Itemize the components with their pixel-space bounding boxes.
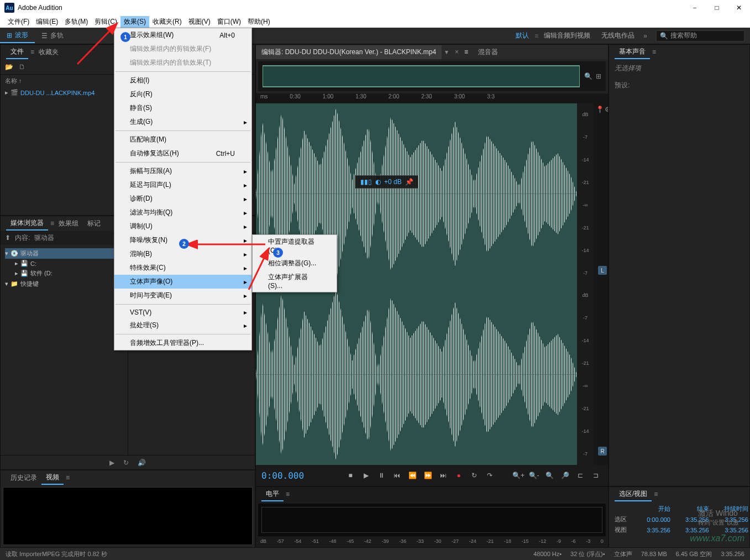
level-scale: dB-57-54-51-48-45-42-39-36-33-30-27-24-2… — [256, 538, 608, 547]
autoplay-icon[interactable]: ↻ — [123, 459, 129, 467]
go-end-button[interactable]: ⏭ — [437, 469, 450, 482]
mi-show-rack[interactable]: 显示效果组(W)Alt+0 — [114, 28, 251, 42]
search-help-input[interactable]: 🔍 搜索帮助 — [656, 30, 744, 41]
hamburger-icon[interactable]: ≡ — [462, 48, 470, 56]
timeline-ruler[interactable]: ms 0:30 1:00 1:30 2:00 2:30 3:00 3:3 — [256, 93, 608, 103]
status-duration: 3:35.256 — [721, 551, 744, 557]
play-icon[interactable]: ▶ — [109, 459, 114, 467]
menu-help[interactable]: 帮助(H) — [244, 16, 274, 28]
hamburger-icon[interactable]: ≡ — [66, 474, 70, 482]
tree-c[interactable]: ▸💾C: — [5, 259, 123, 268]
panel-tab-level[interactable]: 电平 — [261, 488, 284, 501]
menu-favorites[interactable]: 收藏夹(R) — [149, 16, 185, 28]
disk-icon: 💾 — [20, 270, 28, 277]
editor-filename: DDU-DU DDU-DU(Korean Ver.) - BLACKPINK.m… — [285, 48, 436, 56]
tree-drives[interactable]: ▾💽驱动器 — [5, 248, 123, 259]
hud-gain[interactable]: ▮▮▯ ◐ +0 dB 📌 — [355, 175, 418, 189]
pin-icon[interactable]: 📌 — [405, 178, 413, 186]
zoom-out-sel-icon[interactable]: ⊐ — [589, 469, 602, 482]
panel-tab-selection-view[interactable]: 选区/视图 — [615, 488, 652, 501]
menu-file[interactable]: 文件(F) — [4, 16, 33, 28]
view-start[interactable]: 3:35.256 — [635, 525, 674, 535]
mi-invert[interactable]: 反相(I) — [114, 74, 251, 87]
mi-reverse[interactable]: 反向(R) — [114, 87, 251, 101]
windows-activate-text: 激活 Windo 转到"设置"以激 — [698, 509, 739, 527]
watermark: www.xa7.com — [690, 533, 744, 543]
panel-tab-markers[interactable]: 标记 — [83, 217, 105, 230]
pin-icon[interactable]: 📍 — [596, 106, 604, 113]
dropdown-icon[interactable]: ▾ — [442, 48, 452, 56]
hamburger-icon[interactable]: ≡ — [286, 490, 290, 498]
zoom-sel-icon[interactable]: 🔎 — [558, 469, 571, 482]
stop-button[interactable]: ■ — [344, 469, 357, 482]
panel-tab-essential-sound[interactable]: 基本声音 — [615, 45, 650, 59]
workspace-default[interactable]: 默认 — [510, 29, 534, 43]
mi-plugin-manager[interactable]: 音频增效工具管理器(P)... — [114, 336, 251, 350]
mi-modulation[interactable]: 调制(U)▸ — [114, 219, 251, 233]
mi-vst[interactable]: VST(V)▸ — [114, 306, 251, 318]
menu-view[interactable]: 视图(V) — [185, 16, 214, 28]
close-button[interactable]: ✕ — [728, 0, 750, 15]
panel-tab-media[interactable]: 媒体浏览器 — [6, 217, 48, 231]
new-file-icon[interactable]: 🗋 — [19, 63, 25, 71]
mi-filter-eq[interactable]: 滤波与均衡(Q)▸ — [114, 206, 251, 219]
panel-tab-fxrack[interactable]: 效果组 — [54, 217, 83, 230]
record-button[interactable]: ● — [452, 469, 465, 482]
zoom-in-sel-icon[interactable]: ⊏ — [574, 469, 587, 482]
disk-icon: 💾 — [20, 260, 28, 267]
hamburger-icon[interactable]: ≡ — [30, 48, 34, 56]
waveform-right-channel[interactable] — [256, 284, 577, 465]
mi-match-loudness[interactable]: 匹配响度(M) — [114, 133, 251, 146]
play-button[interactable]: ▶ — [359, 469, 373, 482]
hamburger-icon[interactable]: ≡ — [654, 490, 658, 498]
tree-soft[interactable]: ▸💾软件 (D: — [5, 268, 123, 279]
editor-file-tab[interactable]: 编辑器: DDU-DU DDU-DU(Korean Ver.) - BLACKP… — [256, 45, 442, 59]
tool-icon[interactable]: ⚙ — [605, 106, 609, 113]
tree-shortcut[interactable]: ▾📁快捷键 — [5, 279, 123, 289]
up-icon[interactable]: ⬆ — [5, 234, 11, 242]
status-task: 读取 ImporterMPEG 完成用时 0.82 秒 — [6, 550, 107, 558]
loop-button[interactable]: ↻ — [468, 469, 481, 482]
pause-button[interactable]: ⏸ — [375, 469, 388, 482]
menu-edit[interactable]: 编辑(E) — [33, 16, 61, 28]
workspace-radio[interactable]: 无线电作品 — [596, 29, 640, 43]
skip-button[interactable]: ↷ — [483, 469, 496, 482]
mi-generate[interactable]: 生成(G)▸ — [114, 115, 251, 129]
zoom-in-icon[interactable]: 🔍+ — [512, 469, 525, 482]
mi-batch[interactable]: 批处理(S)▸ — [114, 318, 251, 332]
mi-silence[interactable]: 静音(S) — [114, 101, 251, 115]
volume-icon[interactable]: 🔊 — [138, 459, 146, 467]
zoom-icon[interactable]: 🔍 — [584, 72, 592, 80]
go-start-button[interactable]: ⏮ — [390, 469, 403, 482]
mixer-tab[interactable]: 混音器 — [470, 45, 506, 59]
rewind-button[interactable]: ⏪ — [406, 469, 419, 482]
panel-tab-favorites[interactable]: 收藏夹 — [34, 46, 63, 59]
mi-delay[interactable]: 延迟与回声(L)▸ — [114, 178, 251, 192]
view-tab-waveform[interactable]: ⊞ 波形 — [0, 28, 35, 43]
maximize-button[interactable]: □ — [706, 0, 728, 15]
zoom-out-icon[interactable]: 🔍- — [527, 469, 541, 482]
minimize-button[interactable]: － — [684, 0, 706, 15]
hamburger-icon[interactable]: ≡ — [50, 219, 54, 227]
file-name: DDU-DU ...LACKPINK.mp4 — [20, 90, 95, 96]
hamburger-icon[interactable]: ≡ — [652, 48, 656, 56]
mi-amplitude[interactable]: 振幅与压限(A)▸ — [114, 164, 251, 178]
overview-waveform[interactable] — [263, 65, 580, 87]
tree-soft-label: 软件 (D: — [30, 269, 53, 278]
workspace-edit-video[interactable]: 编辑音频到视频 — [538, 29, 596, 43]
view-icon[interactable]: ⊞ — [596, 72, 601, 80]
tl-6: 3:00 — [454, 93, 465, 103]
panel-tab-history[interactable]: 历史记录 — [6, 472, 41, 484]
view-tab-multitrack[interactable]: ☰ 多轨 — [35, 29, 70, 43]
status-memory: 78.83 MB — [641, 551, 667, 557]
mi-diagnostic[interactable]: 诊断(D)▸ — [114, 192, 251, 206]
open-file-icon[interactable]: 📂 — [5, 63, 13, 71]
forward-button[interactable]: ⏩ — [421, 469, 434, 482]
mi-auto-heal[interactable]: 自动修复选区(H)Ctrl+U — [114, 146, 251, 160]
panel-tab-files[interactable]: 文件 — [6, 45, 28, 59]
sel-start[interactable]: 0:00.000 — [635, 514, 674, 525]
panel-tab-video[interactable]: 视频 — [41, 471, 64, 485]
zoom-full-icon[interactable]: 🔍 — [543, 469, 556, 482]
timecode[interactable]: 0:00.000 — [261, 470, 304, 481]
menu-window[interactable]: 窗口(W) — [214, 16, 244, 28]
